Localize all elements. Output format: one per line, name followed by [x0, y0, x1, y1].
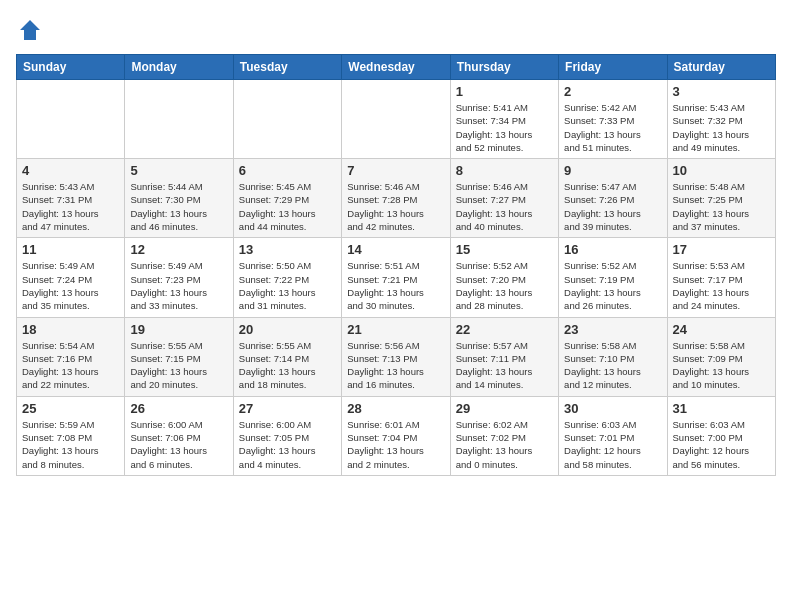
day-info: Sunrise: 6:03 AM Sunset: 7:01 PM Dayligh…: [564, 418, 661, 471]
calendar-cell: 22Sunrise: 5:57 AM Sunset: 7:11 PM Dayli…: [450, 317, 558, 396]
calendar-cell: [125, 80, 233, 159]
day-number: 9: [564, 163, 661, 178]
calendar-cell: 6Sunrise: 5:45 AM Sunset: 7:29 PM Daylig…: [233, 159, 341, 238]
day-number: 17: [673, 242, 770, 257]
day-info: Sunrise: 5:49 AM Sunset: 7:24 PM Dayligh…: [22, 259, 119, 312]
calendar-cell: 31Sunrise: 6:03 AM Sunset: 7:00 PM Dayli…: [667, 396, 775, 475]
day-number: 7: [347, 163, 444, 178]
calendar-week-3: 11Sunrise: 5:49 AM Sunset: 7:24 PM Dayli…: [17, 238, 776, 317]
calendar-cell: 15Sunrise: 5:52 AM Sunset: 7:20 PM Dayli…: [450, 238, 558, 317]
day-number: 10: [673, 163, 770, 178]
day-number: 31: [673, 401, 770, 416]
logo: [16, 16, 48, 44]
day-number: 22: [456, 322, 553, 337]
calendar-cell: 13Sunrise: 5:50 AM Sunset: 7:22 PM Dayli…: [233, 238, 341, 317]
day-info: Sunrise: 5:43 AM Sunset: 7:31 PM Dayligh…: [22, 180, 119, 233]
calendar-cell: 29Sunrise: 6:02 AM Sunset: 7:02 PM Dayli…: [450, 396, 558, 475]
calendar-cell: 5Sunrise: 5:44 AM Sunset: 7:30 PM Daylig…: [125, 159, 233, 238]
calendar-cell: 1Sunrise: 5:41 AM Sunset: 7:34 PM Daylig…: [450, 80, 558, 159]
day-info: Sunrise: 6:02 AM Sunset: 7:02 PM Dayligh…: [456, 418, 553, 471]
calendar-week-2: 4Sunrise: 5:43 AM Sunset: 7:31 PM Daylig…: [17, 159, 776, 238]
calendar-cell: 3Sunrise: 5:43 AM Sunset: 7:32 PM Daylig…: [667, 80, 775, 159]
calendar-cell: 24Sunrise: 5:58 AM Sunset: 7:09 PM Dayli…: [667, 317, 775, 396]
calendar-cell: 30Sunrise: 6:03 AM Sunset: 7:01 PM Dayli…: [559, 396, 667, 475]
weekday-header-sunday: Sunday: [17, 55, 125, 80]
day-number: 16: [564, 242, 661, 257]
day-number: 26: [130, 401, 227, 416]
calendar-cell: 10Sunrise: 5:48 AM Sunset: 7:25 PM Dayli…: [667, 159, 775, 238]
day-info: Sunrise: 5:58 AM Sunset: 7:10 PM Dayligh…: [564, 339, 661, 392]
logo-icon: [16, 16, 44, 44]
day-info: Sunrise: 5:48 AM Sunset: 7:25 PM Dayligh…: [673, 180, 770, 233]
calendar-body: 1Sunrise: 5:41 AM Sunset: 7:34 PM Daylig…: [17, 80, 776, 476]
day-number: 12: [130, 242, 227, 257]
day-number: 19: [130, 322, 227, 337]
day-info: Sunrise: 5:55 AM Sunset: 7:14 PM Dayligh…: [239, 339, 336, 392]
day-number: 27: [239, 401, 336, 416]
day-info: Sunrise: 5:51 AM Sunset: 7:21 PM Dayligh…: [347, 259, 444, 312]
weekday-header-monday: Monday: [125, 55, 233, 80]
calendar-week-4: 18Sunrise: 5:54 AM Sunset: 7:16 PM Dayli…: [17, 317, 776, 396]
day-number: 21: [347, 322, 444, 337]
day-number: 14: [347, 242, 444, 257]
day-number: 30: [564, 401, 661, 416]
day-number: 4: [22, 163, 119, 178]
day-info: Sunrise: 5:59 AM Sunset: 7:08 PM Dayligh…: [22, 418, 119, 471]
calendar-cell: [17, 80, 125, 159]
day-info: Sunrise: 5:45 AM Sunset: 7:29 PM Dayligh…: [239, 180, 336, 233]
day-number: 15: [456, 242, 553, 257]
calendar-cell: 14Sunrise: 5:51 AM Sunset: 7:21 PM Dayli…: [342, 238, 450, 317]
page-header: [16, 16, 776, 44]
day-info: Sunrise: 5:52 AM Sunset: 7:19 PM Dayligh…: [564, 259, 661, 312]
day-number: 24: [673, 322, 770, 337]
day-info: Sunrise: 6:00 AM Sunset: 7:05 PM Dayligh…: [239, 418, 336, 471]
day-number: 25: [22, 401, 119, 416]
day-number: 18: [22, 322, 119, 337]
calendar-cell: 26Sunrise: 6:00 AM Sunset: 7:06 PM Dayli…: [125, 396, 233, 475]
day-info: Sunrise: 6:03 AM Sunset: 7:00 PM Dayligh…: [673, 418, 770, 471]
day-number: 3: [673, 84, 770, 99]
calendar-cell: 4Sunrise: 5:43 AM Sunset: 7:31 PM Daylig…: [17, 159, 125, 238]
calendar-cell: 27Sunrise: 6:00 AM Sunset: 7:05 PM Dayli…: [233, 396, 341, 475]
calendar-cell: 19Sunrise: 5:55 AM Sunset: 7:15 PM Dayli…: [125, 317, 233, 396]
day-number: 13: [239, 242, 336, 257]
day-info: Sunrise: 5:47 AM Sunset: 7:26 PM Dayligh…: [564, 180, 661, 233]
calendar-table: SundayMondayTuesdayWednesdayThursdayFrid…: [16, 54, 776, 476]
day-info: Sunrise: 6:01 AM Sunset: 7:04 PM Dayligh…: [347, 418, 444, 471]
calendar-cell: 11Sunrise: 5:49 AM Sunset: 7:24 PM Dayli…: [17, 238, 125, 317]
day-number: 28: [347, 401, 444, 416]
day-info: Sunrise: 5:53 AM Sunset: 7:17 PM Dayligh…: [673, 259, 770, 312]
calendar-cell: 12Sunrise: 5:49 AM Sunset: 7:23 PM Dayli…: [125, 238, 233, 317]
day-number: 6: [239, 163, 336, 178]
calendar-cell: 2Sunrise: 5:42 AM Sunset: 7:33 PM Daylig…: [559, 80, 667, 159]
calendar-cell: 21Sunrise: 5:56 AM Sunset: 7:13 PM Dayli…: [342, 317, 450, 396]
calendar-cell: [233, 80, 341, 159]
calendar-header: SundayMondayTuesdayWednesdayThursdayFrid…: [17, 55, 776, 80]
day-info: Sunrise: 6:00 AM Sunset: 7:06 PM Dayligh…: [130, 418, 227, 471]
calendar-cell: 23Sunrise: 5:58 AM Sunset: 7:10 PM Dayli…: [559, 317, 667, 396]
day-info: Sunrise: 5:42 AM Sunset: 7:33 PM Dayligh…: [564, 101, 661, 154]
calendar-cell: 17Sunrise: 5:53 AM Sunset: 7:17 PM Dayli…: [667, 238, 775, 317]
day-info: Sunrise: 5:54 AM Sunset: 7:16 PM Dayligh…: [22, 339, 119, 392]
day-info: Sunrise: 5:50 AM Sunset: 7:22 PM Dayligh…: [239, 259, 336, 312]
day-info: Sunrise: 5:49 AM Sunset: 7:23 PM Dayligh…: [130, 259, 227, 312]
day-number: 1: [456, 84, 553, 99]
calendar-cell: 25Sunrise: 5:59 AM Sunset: 7:08 PM Dayli…: [17, 396, 125, 475]
day-info: Sunrise: 5:56 AM Sunset: 7:13 PM Dayligh…: [347, 339, 444, 392]
day-info: Sunrise: 5:41 AM Sunset: 7:34 PM Dayligh…: [456, 101, 553, 154]
day-number: 23: [564, 322, 661, 337]
calendar-cell: 16Sunrise: 5:52 AM Sunset: 7:19 PM Dayli…: [559, 238, 667, 317]
day-info: Sunrise: 5:44 AM Sunset: 7:30 PM Dayligh…: [130, 180, 227, 233]
calendar-cell: [342, 80, 450, 159]
calendar-cell: 7Sunrise: 5:46 AM Sunset: 7:28 PM Daylig…: [342, 159, 450, 238]
calendar-week-5: 25Sunrise: 5:59 AM Sunset: 7:08 PM Dayli…: [17, 396, 776, 475]
weekday-header-saturday: Saturday: [667, 55, 775, 80]
weekday-header-tuesday: Tuesday: [233, 55, 341, 80]
day-number: 2: [564, 84, 661, 99]
day-number: 29: [456, 401, 553, 416]
calendar-cell: 9Sunrise: 5:47 AM Sunset: 7:26 PM Daylig…: [559, 159, 667, 238]
day-info: Sunrise: 5:52 AM Sunset: 7:20 PM Dayligh…: [456, 259, 553, 312]
weekday-header-friday: Friday: [559, 55, 667, 80]
day-info: Sunrise: 5:58 AM Sunset: 7:09 PM Dayligh…: [673, 339, 770, 392]
day-info: Sunrise: 5:46 AM Sunset: 7:28 PM Dayligh…: [347, 180, 444, 233]
